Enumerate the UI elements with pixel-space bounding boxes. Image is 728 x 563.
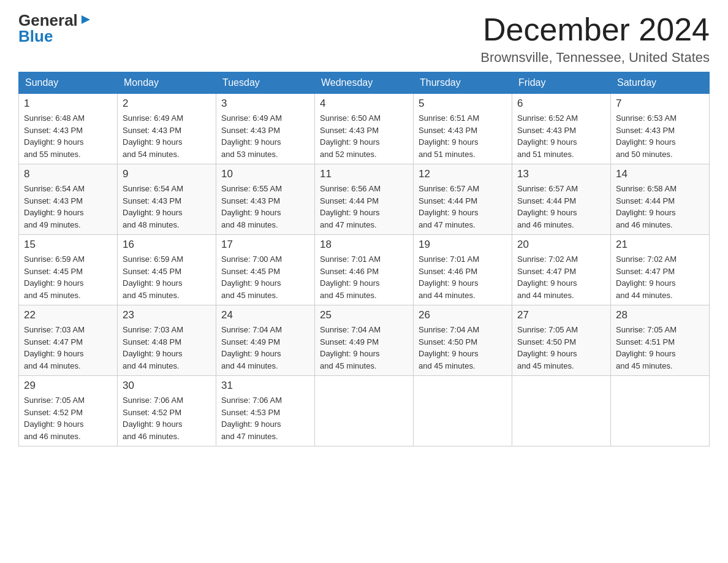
calendar-day-cell: 24 Sunrise: 7:04 AM Sunset: 4:49 PM Dayl… <box>216 305 315 376</box>
calendar-day-cell: 6 Sunrise: 6:52 AM Sunset: 4:43 PM Dayli… <box>512 94 611 164</box>
calendar-day-cell: 14 Sunrise: 6:58 AM Sunset: 4:44 PM Dayl… <box>611 164 710 235</box>
calendar-day-cell: 8 Sunrise: 6:54 AM Sunset: 4:43 PM Dayli… <box>19 164 118 235</box>
day-info: Sunrise: 6:51 AM Sunset: 4:43 PM Dayligh… <box>419 112 507 160</box>
day-number: 13 <box>517 168 605 180</box>
calendar-header-row: Sunday Monday Tuesday Wednesday Thursday… <box>19 72 710 94</box>
day-number: 28 <box>616 309 704 321</box>
calendar-day-cell <box>414 376 512 446</box>
day-info: Sunrise: 7:04 AM Sunset: 4:50 PM Dayligh… <box>419 324 507 372</box>
calendar-day-cell <box>512 376 611 446</box>
day-number: 11 <box>320 168 408 180</box>
day-number: 16 <box>123 239 211 251</box>
day-info: Sunrise: 6:50 AM Sunset: 4:43 PM Dayligh… <box>320 112 408 160</box>
calendar-day-cell: 29 Sunrise: 7:05 AM Sunset: 4:52 PM Dayl… <box>19 376 118 446</box>
page-header: General Blue December 2024 Brownsville, … <box>18 12 710 66</box>
day-info: Sunrise: 6:55 AM Sunset: 4:43 PM Dayligh… <box>221 183 309 231</box>
calendar-week-row: 22 Sunrise: 7:03 AM Sunset: 4:47 PM Dayl… <box>19 305 710 376</box>
day-info: Sunrise: 7:05 AM Sunset: 4:52 PM Dayligh… <box>24 394 112 442</box>
day-number: 31 <box>221 380 309 392</box>
calendar-day-cell: 9 Sunrise: 6:54 AM Sunset: 4:43 PM Dayli… <box>118 164 216 235</box>
day-info: Sunrise: 6:52 AM Sunset: 4:43 PM Dayligh… <box>517 112 605 160</box>
day-number: 21 <box>616 239 704 251</box>
calendar-day-cell: 1 Sunrise: 6:48 AM Sunset: 4:43 PM Dayli… <box>19 94 118 164</box>
day-number: 27 <box>517 309 605 321</box>
day-info: Sunrise: 7:04 AM Sunset: 4:49 PM Dayligh… <box>221 324 309 372</box>
day-number: 7 <box>616 98 704 110</box>
calendar-day-cell <box>315 376 414 446</box>
day-info: Sunrise: 7:04 AM Sunset: 4:49 PM Dayligh… <box>320 324 408 372</box>
day-info: Sunrise: 6:56 AM Sunset: 4:44 PM Dayligh… <box>320 183 408 231</box>
day-number: 26 <box>419 309 507 321</box>
calendar-table: Sunday Monday Tuesday Wednesday Thursday… <box>18 72 710 446</box>
day-info: Sunrise: 6:54 AM Sunset: 4:43 PM Dayligh… <box>123 183 211 231</box>
day-info: Sunrise: 7:05 AM Sunset: 4:50 PM Dayligh… <box>517 324 605 372</box>
day-number: 15 <box>24 239 112 251</box>
day-info: Sunrise: 7:02 AM Sunset: 4:47 PM Dayligh… <box>517 253 605 301</box>
day-info: Sunrise: 6:48 AM Sunset: 4:43 PM Dayligh… <box>24 112 112 160</box>
day-info: Sunrise: 7:06 AM Sunset: 4:52 PM Dayligh… <box>123 394 211 442</box>
calendar-week-row: 15 Sunrise: 6:59 AM Sunset: 4:45 PM Dayl… <box>19 235 710 305</box>
day-info: Sunrise: 6:49 AM Sunset: 4:43 PM Dayligh… <box>221 112 309 160</box>
calendar-day-cell: 15 Sunrise: 6:59 AM Sunset: 4:45 PM Dayl… <box>19 235 118 305</box>
day-number: 23 <box>123 309 211 321</box>
calendar-day-cell: 31 Sunrise: 7:06 AM Sunset: 4:53 PM Dayl… <box>216 376 315 446</box>
col-wednesday: Wednesday <box>315 72 414 94</box>
col-tuesday: Tuesday <box>216 72 315 94</box>
calendar-week-row: 1 Sunrise: 6:48 AM Sunset: 4:43 PM Dayli… <box>19 94 710 164</box>
day-info: Sunrise: 6:49 AM Sunset: 4:43 PM Dayligh… <box>123 112 211 160</box>
calendar-day-cell: 11 Sunrise: 6:56 AM Sunset: 4:44 PM Dayl… <box>315 164 414 235</box>
day-number: 14 <box>616 168 704 180</box>
calendar-day-cell: 30 Sunrise: 7:06 AM Sunset: 4:52 PM Dayl… <box>118 376 216 446</box>
col-saturday: Saturday <box>611 72 710 94</box>
logo-icon <box>79 13 93 26</box>
location-text: Brownsville, Tennessee, United States <box>480 50 710 66</box>
day-info: Sunrise: 6:54 AM Sunset: 4:43 PM Dayligh… <box>24 183 112 231</box>
calendar-week-row: 29 Sunrise: 7:05 AM Sunset: 4:52 PM Dayl… <box>19 376 710 446</box>
calendar-day-cell: 18 Sunrise: 7:01 AM Sunset: 4:46 PM Dayl… <box>315 235 414 305</box>
day-number: 24 <box>221 309 309 321</box>
col-sunday: Sunday <box>19 72 118 94</box>
logo-general-text: General <box>18 12 78 28</box>
day-info: Sunrise: 7:06 AM Sunset: 4:53 PM Dayligh… <box>221 394 309 442</box>
day-info: Sunrise: 6:57 AM Sunset: 4:44 PM Dayligh… <box>517 183 605 231</box>
day-number: 1 <box>24 98 112 110</box>
day-info: Sunrise: 7:05 AM Sunset: 4:51 PM Dayligh… <box>616 324 704 372</box>
day-number: 6 <box>517 98 605 110</box>
day-info: Sunrise: 7:01 AM Sunset: 4:46 PM Dayligh… <box>320 253 408 301</box>
day-number: 9 <box>123 168 211 180</box>
calendar-day-cell: 25 Sunrise: 7:04 AM Sunset: 4:49 PM Dayl… <box>315 305 414 376</box>
day-number: 10 <box>221 168 309 180</box>
calendar-day-cell: 10 Sunrise: 6:55 AM Sunset: 4:43 PM Dayl… <box>216 164 315 235</box>
calendar-week-row: 8 Sunrise: 6:54 AM Sunset: 4:43 PM Dayli… <box>19 164 710 235</box>
calendar-day-cell <box>611 376 710 446</box>
col-thursday: Thursday <box>414 72 512 94</box>
calendar-day-cell: 21 Sunrise: 7:02 AM Sunset: 4:47 PM Dayl… <box>611 235 710 305</box>
title-block: December 2024 Brownsville, Tennessee, Un… <box>480 12 710 66</box>
day-info: Sunrise: 7:00 AM Sunset: 4:45 PM Dayligh… <box>221 253 309 301</box>
col-friday: Friday <box>512 72 611 94</box>
calendar-day-cell: 22 Sunrise: 7:03 AM Sunset: 4:47 PM Dayl… <box>19 305 118 376</box>
calendar-day-cell: 23 Sunrise: 7:03 AM Sunset: 4:48 PM Dayl… <box>118 305 216 376</box>
day-info: Sunrise: 7:03 AM Sunset: 4:48 PM Dayligh… <box>123 324 211 372</box>
calendar-day-cell: 16 Sunrise: 6:59 AM Sunset: 4:45 PM Dayl… <box>118 235 216 305</box>
logo: General Blue <box>18 12 93 44</box>
day-number: 25 <box>320 309 408 321</box>
calendar-day-cell: 7 Sunrise: 6:53 AM Sunset: 4:43 PM Dayli… <box>611 94 710 164</box>
day-number: 18 <box>320 239 408 251</box>
calendar-day-cell: 20 Sunrise: 7:02 AM Sunset: 4:47 PM Dayl… <box>512 235 611 305</box>
day-info: Sunrise: 6:59 AM Sunset: 4:45 PM Dayligh… <box>24 253 112 301</box>
calendar-day-cell: 17 Sunrise: 7:00 AM Sunset: 4:45 PM Dayl… <box>216 235 315 305</box>
col-monday: Monday <box>118 72 216 94</box>
calendar-day-cell: 28 Sunrise: 7:05 AM Sunset: 4:51 PM Dayl… <box>611 305 710 376</box>
calendar-day-cell: 27 Sunrise: 7:05 AM Sunset: 4:50 PM Dayl… <box>512 305 611 376</box>
day-info: Sunrise: 6:53 AM Sunset: 4:43 PM Dayligh… <box>616 112 704 160</box>
day-number: 22 <box>24 309 112 321</box>
month-title: December 2024 <box>480 12 710 47</box>
calendar-day-cell: 5 Sunrise: 6:51 AM Sunset: 4:43 PM Dayli… <box>414 94 512 164</box>
day-info: Sunrise: 7:03 AM Sunset: 4:47 PM Dayligh… <box>24 324 112 372</box>
day-number: 5 <box>419 98 507 110</box>
day-number: 17 <box>221 239 309 251</box>
day-number: 8 <box>24 168 112 180</box>
day-number: 3 <box>221 98 309 110</box>
day-info: Sunrise: 6:59 AM Sunset: 4:45 PM Dayligh… <box>123 253 211 301</box>
